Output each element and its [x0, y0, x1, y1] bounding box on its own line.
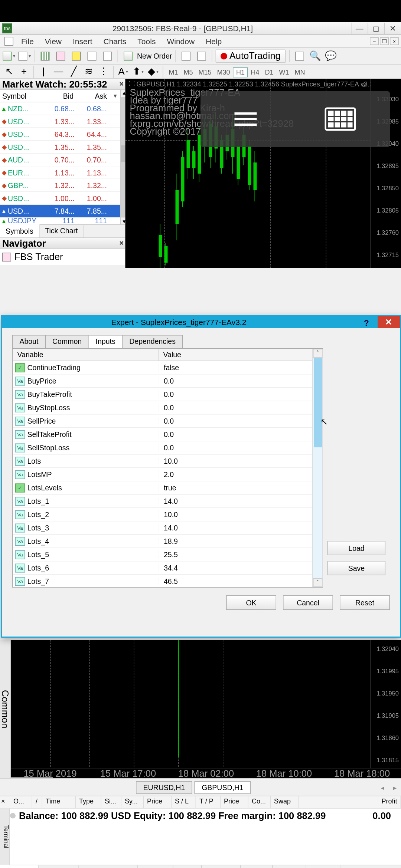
scroll-down-icon[interactable]: ˅: [313, 578, 323, 587]
scroll-up-icon[interactable]: ˄: [313, 349, 323, 358]
market-watch-row[interactable]: ▲USDJPY111111: [0, 218, 120, 224]
input-row[interactable]: Va BuyPrice 0.0: [13, 375, 313, 388]
chart-ea-smiley-icon[interactable]: ☺: [360, 80, 368, 89]
keyboard-icon[interactable]: [325, 108, 356, 131]
market-watch-row[interactable]: ◆ AUD... 0.70... 0.70...: [0, 154, 120, 167]
cancel-button[interactable]: Cancel: [283, 595, 333, 610]
input-row[interactable]: Va BuyStopLoss 0.0: [13, 401, 313, 415]
chart-tabs-scroll-right[interactable]: ▸: [389, 784, 401, 792]
input-row[interactable]: ✓ LotsLevels true: [13, 481, 313, 495]
market-watch-row[interactable]: ◆ USD... 1.00... 1.00...: [0, 192, 120, 205]
market-watch-columns-dropdown[interactable]: ▾: [110, 92, 120, 100]
tab-tick-chart[interactable]: Tick Chart: [39, 225, 84, 238]
reset-button[interactable]: Reset: [340, 595, 390, 610]
market-watch-toggle[interactable]: [39, 49, 52, 63]
crosshair-tool[interactable]: +: [17, 65, 31, 78]
zoom-button[interactable]: [293, 49, 306, 63]
input-row[interactable]: Va Lots_6 34.4: [13, 562, 313, 575]
terminal-toggle[interactable]: [85, 49, 99, 63]
timeframe-W1[interactable]: W1: [276, 68, 292, 76]
navigator-close-icon[interactable]: ×: [120, 239, 124, 247]
chat-button[interactable]: 💬: [324, 49, 338, 63]
input-row[interactable]: Va BuyTakeProfit 0.0: [13, 388, 313, 401]
terminal-tab-market[interactable]: Market: [241, 865, 273, 868]
timeframe-MN[interactable]: MN: [292, 68, 308, 76]
terminal-column[interactable]: T / P: [196, 796, 221, 808]
terminal-column[interactable]: Price: [221, 796, 248, 808]
terminal-tab-alerts[interactable]: Alerts: [173, 865, 202, 868]
column-value[interactable]: Value: [159, 349, 313, 361]
new-order-icon[interactable]: [121, 49, 135, 63]
save-button[interactable]: Save: [327, 561, 385, 575]
dialog-help-button[interactable]: ?: [355, 316, 378, 328]
terminal-column[interactable]: Type: [76, 796, 101, 808]
lower-chart-area[interactable]: Common 1.320401.319951.319501.319051.318…: [0, 640, 401, 778]
terminal-column[interactable]: /: [32, 796, 42, 808]
timeframe-D1[interactable]: D1: [262, 68, 276, 76]
menu-view[interactable]: View: [39, 36, 67, 45]
text-tool[interactable]: A: [117, 65, 130, 78]
terminal-column[interactable]: S / L: [172, 796, 196, 808]
market-watch-row[interactable]: ◆ USD... 64.3... 64.4...: [0, 128, 120, 141]
menu-help[interactable]: Help: [200, 36, 227, 45]
new-order-label[interactable]: New Order: [137, 52, 172, 60]
menu-window[interactable]: Window: [161, 36, 200, 45]
shapes-tool[interactable]: ◆: [147, 65, 160, 78]
chart-tabs-scroll-left[interactable]: ◂: [376, 784, 389, 792]
market-watch-close-icon[interactable]: ×: [120, 80, 124, 88]
timeframe-M15[interactable]: M15: [196, 68, 214, 76]
ok-button[interactable]: OK: [226, 595, 276, 610]
input-row[interactable]: Va Lots_4 18.9: [13, 535, 313, 548]
timeframe-M1[interactable]: M1: [166, 68, 181, 76]
chart-tab-gbpusd[interactable]: GBPUSD,H1: [195, 781, 251, 794]
load-button[interactable]: Load: [327, 541, 385, 555]
market-watch-row[interactable]: ▲ NZD... 0.68... 0.68...: [0, 102, 120, 115]
terminal-column[interactable]: Sy...: [121, 796, 144, 808]
market-watch-row[interactable]: ◆ GBP... 1.32... 1.32...: [0, 179, 120, 192]
column-variable[interactable]: Variable: [13, 349, 159, 361]
navigator-item[interactable]: FBS Trader: [0, 249, 125, 265]
minimize-button[interactable]: —: [351, 23, 368, 34]
input-row[interactable]: Va LotsMP 2.0: [13, 468, 313, 481]
input-row[interactable]: Va Lots_5 25.5: [13, 548, 313, 562]
maximize-button[interactable]: ◻: [368, 23, 384, 34]
metaquotes-button[interactable]: [179, 49, 193, 63]
terminal-tab-mailbox[interactable]: Mailbox6: [202, 865, 241, 868]
mdi-restore-button[interactable]: ❐: [380, 37, 389, 45]
input-row[interactable]: Va Lots_3 14.0: [13, 522, 313, 535]
terminal-tab-account history[interactable]: Account History: [79, 865, 137, 868]
terminal-tab-trade[interactable]: Trade: [10, 865, 39, 868]
timeframe-M5[interactable]: M5: [181, 68, 196, 76]
input-row[interactable]: Va SellStopLoss 0.0: [13, 441, 313, 455]
market-watch-row[interactable]: ◆ USD... 1.33... 1.33...: [0, 115, 120, 128]
terminal-tab-news[interactable]: News99: [137, 865, 173, 868]
search-button[interactable]: 🔍: [309, 49, 322, 63]
terminal-tab-signals[interactable]: Signals: [273, 865, 307, 868]
menu-charts[interactable]: Charts: [98, 36, 132, 45]
terminal-column[interactable]: Profit: [299, 796, 401, 808]
input-row[interactable]: Va Lots 10.0: [13, 455, 313, 468]
timeframe-H4[interactable]: H4: [248, 68, 262, 76]
dialog-tab-dependencies[interactable]: Dependencies: [122, 335, 183, 348]
input-row[interactable]: Va Lots_2 10.0: [13, 508, 313, 522]
inputs-scrollbar[interactable]: ˄ ˅: [313, 349, 323, 587]
chart-tab-eurusd[interactable]: EURUSD,H1: [136, 781, 192, 794]
menu-tools[interactable]: Tools: [132, 36, 161, 45]
terminal-column[interactable]: Si...: [101, 796, 121, 808]
input-row[interactable]: Va Lots_7 46.5: [13, 575, 313, 587]
options-button[interactable]: [195, 49, 208, 63]
cursor-tool[interactable]: ↖: [2, 65, 16, 78]
market-watch-row[interactable]: ◆ EUR... 1.13... 1.13...: [0, 167, 120, 180]
app-menu-icon[interactable]: [2, 34, 16, 47]
tab-symbols[interactable]: Symbols: [0, 224, 39, 238]
new-chart-button[interactable]: [2, 49, 16, 63]
trendline-tool[interactable]: ╱: [67, 65, 80, 78]
menu-insert[interactable]: Insert: [67, 36, 98, 45]
timeframe-M30[interactable]: M30: [214, 68, 233, 76]
terminal-tab-articles[interactable]: Articles: [307, 865, 340, 868]
dialog-tab-common[interactable]: Common: [45, 335, 89, 348]
terminal-column[interactable]: Co...: [248, 796, 271, 808]
dialog-close-button[interactable]: ✕: [378, 316, 400, 328]
vertical-line-tool[interactable]: |: [37, 65, 50, 78]
navigator-toggle[interactable]: [54, 49, 68, 63]
